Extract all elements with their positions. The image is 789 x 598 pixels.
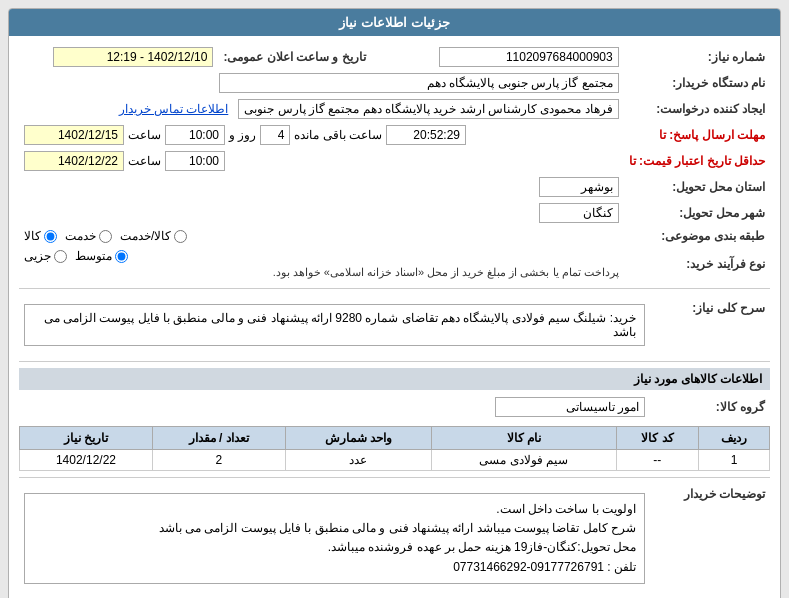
separator2 [19, 361, 770, 362]
tabaqe-khidmat[interactable]: خدمت [65, 229, 112, 243]
tarikh-ersal-date: 1402/12/15 [24, 125, 124, 145]
tarikhErsalSaat-label: تاریخ و ساعت اعلان عمومی: [218, 44, 370, 70]
tozi-hat-line: شرح کامل تقاضا پیوست میباشد ارائه پیشنها… [33, 519, 636, 538]
cell-vahed: عدد [285, 450, 431, 471]
tozi-hat-value: اولویت با ساخت داخل است.شرح کامل تقاضا پ… [19, 484, 650, 593]
tabaqe-kala[interactable]: کالا [24, 229, 57, 243]
serhKoliNiaz-value: خرید: شیلنگ سیم فولادی پالایشگاه دهم تقا… [19, 295, 650, 355]
col-radif: ردیف [699, 427, 770, 450]
serh-table: سرح کلی نیاز: خرید: شیلنگ سیم فولادی پال… [19, 295, 770, 355]
info-table: شماره نیاز: 1102097684000903 تاریخ و ساع… [19, 44, 770, 282]
saat-label: ساعت [128, 128, 161, 142]
separator3 [19, 477, 770, 478]
tarikhErsal-label: مهلت ارسال پاسخ: تا [624, 122, 770, 148]
saat-hadaqal-label: ساعت [128, 154, 161, 168]
col-kod: کد کالا [616, 427, 698, 450]
noeFarayand-motavaset[interactable]: متوسط [75, 249, 128, 263]
tozi-hat-line: اولویت با ساخت داخل است. [33, 500, 636, 519]
table-row: 1--سیم فولادی مسیعدد21402/12/22 [20, 450, 770, 471]
col-tedad: تعداد / مقدار [152, 427, 285, 450]
tabaqe-options: کالا/خدمت خدمت کالا [19, 226, 624, 246]
shomareNiaz-value: 1102097684000903 [401, 44, 624, 70]
ijadKonande-label: ایجاد کننده درخواست: [624, 96, 770, 122]
tarikh-hadaqal-date: 1402/12/22 [24, 151, 124, 171]
ettelaatKalaha-title: اطلاعات کالاهای مورد نیاز [19, 368, 770, 390]
cell-tedad: 2 [152, 450, 285, 471]
roz-value: 4 [260, 125, 290, 145]
saat-ersal-value: 10:00 [165, 125, 225, 145]
ostan-label: استان محل تحویل: [624, 174, 770, 200]
tarikhErsal-row: 20:52:29 ساعت باقی مانده 4 روز و 10:00 س… [19, 122, 624, 148]
noeFarayand-options: متوسط جزیی پرداخت تمام یا بخشی از مبلغ خ… [19, 246, 624, 282]
cell-radif: 1 [699, 450, 770, 471]
tarikhErsalSaat-value: 1402/12/10 - 12:19 [19, 44, 218, 70]
tozi-hat-line: محل تحویل:کنگان-فاز19 هزینه حمل بر عهده … [33, 538, 636, 557]
tozi-hat-label: توضیحات خریدار [650, 484, 770, 593]
tozi-hat-table: توضیحات خریدار اولویت با ساخت داخل است.ش… [19, 484, 770, 593]
panel-title: جزئیات اطلاعات نیاز [9, 9, 780, 36]
namDastgah-value: مجتمع گاز پارس جنوبی پالایشگاه دهم [19, 70, 624, 96]
group-kala-table: گروه کالا: امور تاسیساتی [19, 394, 770, 420]
col-vahed: واحد شمارش [285, 427, 431, 450]
tozi-hat-line: تلفن : 09177726791-07731466292 [33, 558, 636, 577]
shahr-label: شهر محل تحویل: [624, 200, 770, 226]
tabaqe-label: طبقه بندی موضوعی: [624, 226, 770, 246]
tarikhHadaqal-label: حداقل تاریخ اعتبار قیمت: تا [624, 148, 770, 174]
cell-kodKala: -- [616, 450, 698, 471]
noeFarayand-note: پرداخت تمام یا بخشی از مبلغ خرید از محل … [24, 266, 619, 279]
baghimande-value: 20:52:29 [386, 125, 466, 145]
shahr-value: کنگان [19, 200, 624, 226]
cell-tarikh: 1402/12/22 [20, 450, 153, 471]
saat-baghimande-label: ساعت باقی مانده [294, 128, 382, 142]
shomareNiaz-label: شماره نیاز: [624, 44, 770, 70]
ostan-value: بوشهر [19, 174, 624, 200]
col-tarikh: تاریخ نیاز [20, 427, 153, 450]
kala-table: ردیف کد کالا نام کالا واحد شمارش تعداد /… [19, 426, 770, 471]
groupKala-value: امور تاسیساتی [19, 394, 650, 420]
separator [19, 288, 770, 289]
namDastgah-label: نام دستگاه خریدار: [624, 70, 770, 96]
ettelaat-link[interactable]: اطلاعات تماس خریدار [119, 102, 229, 116]
groupKala-label: گروه کالا: [650, 394, 770, 420]
tarikhHadaqal-row: 10:00 ساعت 1402/12/22 [19, 148, 624, 174]
serhKoliNiaz-label: سرح کلی نیاز: [650, 295, 770, 355]
cell-namKala: سیم فولادی مسی [431, 450, 616, 471]
noeFarayand-label: نوع فرآیند خرید: [624, 246, 770, 282]
noeFarayand-jozyi[interactable]: جزیی [24, 249, 67, 263]
roz-label: روز و [229, 128, 256, 142]
tabaqe-kala-khidmat[interactable]: کالا/خدمت [120, 229, 187, 243]
col-nam: نام کالا [431, 427, 616, 450]
saat-hadaqal-value: 10:00 [165, 151, 225, 171]
ijadKonande-value: فرهاد محمودی کارشناس ارشد خرید پالایشگاه… [19, 96, 624, 122]
